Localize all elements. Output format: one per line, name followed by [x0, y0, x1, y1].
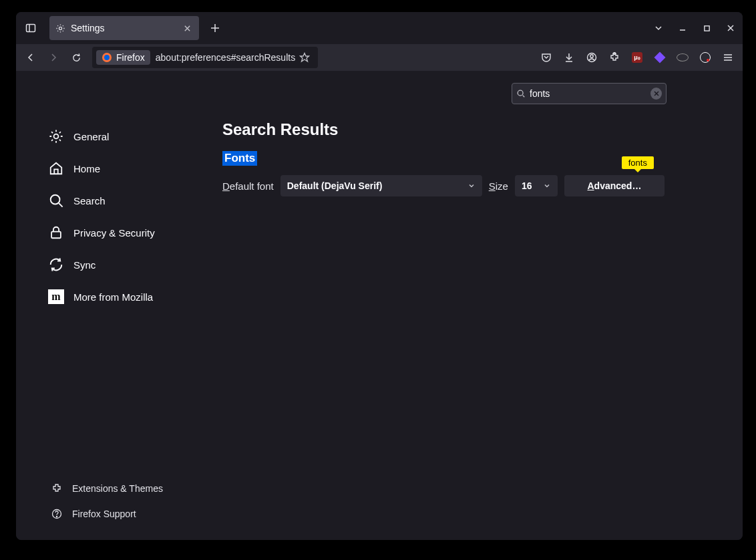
forward-button[interactable]: [43, 47, 64, 68]
firefox-icon: [102, 52, 112, 63]
category-label: Privacy & Security: [73, 227, 155, 239]
size-label: Size: [489, 180, 508, 192]
chevron-down-icon: [543, 182, 551, 190]
chevron-down-icon: [467, 182, 476, 190]
account-button[interactable]: [581, 47, 602, 68]
close-button[interactable]: [719, 12, 743, 44]
category-label: Search: [73, 195, 106, 206]
reload-button[interactable]: [65, 47, 87, 68]
tab-close-button[interactable]: [180, 21, 194, 35]
extension-obs-icon[interactable]: [695, 47, 716, 68]
tab-settings[interactable]: Settings: [49, 16, 199, 40]
mozilla-icon: m: [48, 289, 64, 305]
advanced-fonts-button[interactable]: Advanced…: [564, 175, 665, 196]
category-label: Sync: [73, 259, 96, 271]
svg-point-26: [54, 134, 59, 139]
category-label: More from Mozilla: [73, 291, 153, 303]
svg-line-23: [523, 96, 525, 98]
select-value: 16: [522, 180, 532, 191]
settings-search-input[interactable]: [530, 88, 646, 99]
category-label: General: [73, 131, 109, 142]
category-general[interactable]: General: [16, 120, 180, 152]
bookmark-star-button[interactable]: [295, 48, 314, 67]
help-icon: [51, 508, 63, 520]
svg-marker-13: [301, 53, 309, 62]
svg-point-31: [56, 516, 57, 517]
url-text: about:preferences#searchResults: [156, 52, 295, 63]
lock-icon: [48, 225, 64, 241]
identity-label: Firefox: [116, 52, 145, 63]
gear-icon: [48, 128, 64, 144]
puzzle-icon: [51, 482, 63, 495]
category-search[interactable]: Search: [16, 184, 180, 217]
category-sync[interactable]: Sync: [16, 249, 180, 281]
extension-disc-icon[interactable]: [672, 47, 693, 68]
search-highlight-tooltip: fonts: [622, 156, 654, 169]
category-privacy[interactable]: Privacy & Security: [16, 217, 180, 249]
maximize-button[interactable]: [695, 12, 719, 44]
svg-rect-0: [27, 25, 35, 32]
sync-icon: [48, 257, 64, 273]
button-label: Advanced…: [587, 180, 641, 191]
app-menu-button[interactable]: [717, 47, 739, 68]
ublock-extension-icon[interactable]: μ₀: [626, 47, 648, 68]
search-icon: [516, 89, 526, 98]
categories-sidebar: General Home Search Privacy & Security: [16, 71, 180, 540]
svg-rect-8: [704, 25, 709, 30]
search-icon: [48, 192, 64, 208]
firefox-support-link[interactable]: Firefox Support: [16, 501, 180, 527]
toolbar: Firefox about:preferences#searchResults …: [16, 44, 743, 71]
svg-line-28: [59, 203, 63, 207]
svg-point-27: [51, 195, 60, 204]
font-size-select[interactable]: 16: [515, 175, 558, 196]
home-icon: [48, 160, 64, 176]
extension-purple-icon[interactable]: [649, 47, 671, 68]
extensions-button[interactable]: [604, 47, 625, 68]
list-all-tabs-button[interactable]: [646, 12, 671, 44]
titlebar: Settings: [16, 12, 743, 44]
svg-point-17: [590, 55, 593, 57]
category-home[interactable]: Home: [16, 152, 180, 184]
url-bar[interactable]: Firefox about:preferences#searchResults: [92, 47, 318, 68]
category-label: Home: [73, 163, 100, 174]
svg-rect-29: [51, 232, 61, 239]
link-label: Extensions & Themes: [72, 483, 163, 494]
page-title: Search Results: [222, 120, 743, 139]
downloads-button[interactable]: [558, 47, 580, 68]
tab-title: Settings: [71, 23, 175, 33]
new-tab-button[interactable]: [204, 17, 226, 39]
fonts-section-title: Fonts: [222, 151, 257, 166]
identity-box[interactable]: Firefox: [96, 50, 150, 65]
svg-point-22: [518, 90, 523, 96]
preferences-content: General Home Search Privacy & Security: [16, 71, 743, 540]
gear-icon: [55, 23, 65, 33]
pocket-button[interactable]: [536, 47, 557, 68]
svg-point-2: [59, 27, 61, 29]
extensions-themes-link[interactable]: Extensions & Themes: [16, 476, 180, 501]
link-label: Firefox Support: [72, 509, 136, 519]
sidebar-toggle-button[interactable]: [16, 12, 45, 44]
back-button[interactable]: [20, 47, 41, 68]
svg-point-12: [104, 55, 110, 60]
category-more-mozilla[interactable]: m More from Mozilla: [16, 281, 180, 313]
default-font-select[interactable]: Default (DejaVu Serif): [280, 175, 482, 196]
settings-search-box[interactable]: [512, 83, 667, 104]
default-font-label: Default font: [222, 180, 274, 192]
main-content: Search Results Fonts Default font Defaul…: [180, 71, 743, 540]
settings-search-clear-button[interactable]: [650, 88, 662, 100]
minimize-button[interactable]: [671, 12, 695, 44]
select-value: Default (DejaVu Serif): [287, 180, 383, 191]
